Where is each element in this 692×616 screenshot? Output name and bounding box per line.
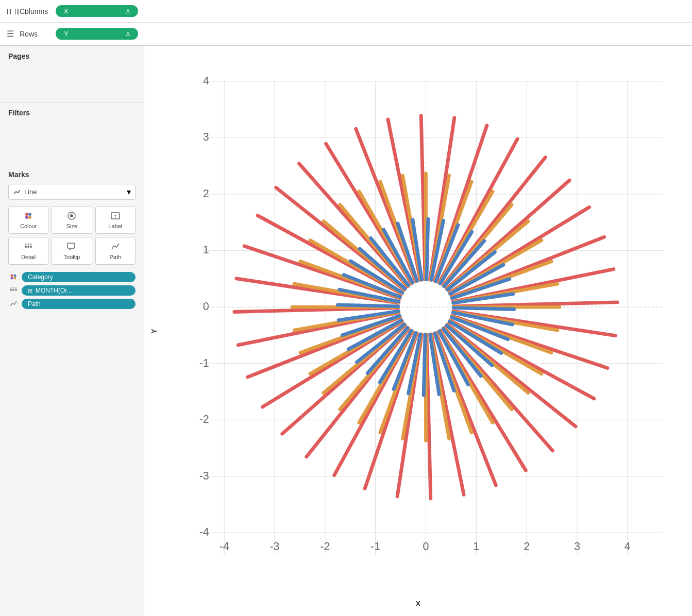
marks-type-dropdown[interactable]: Line ▾: [8, 184, 136, 200]
main-layout: Pages Filters Marks Line ▾: [0, 46, 692, 616]
path-line-icon: [9, 299, 18, 307]
label-icon: T: [110, 211, 121, 221]
svg-point-2: [25, 216, 28, 219]
pages-title: Pages: [8, 52, 136, 60]
svg-point-16: [14, 274, 16, 277]
svg-point-22: [10, 287, 12, 288]
svg-text:3: 3: [203, 131, 209, 143]
label-label: Label: [108, 223, 122, 229]
month-pill-icon: [8, 286, 19, 296]
svg-point-10: [30, 246, 32, 248]
colour-dots-icon: [9, 272, 18, 281]
svg-point-5: [70, 214, 73, 217]
svg-text:-2: -2: [320, 540, 330, 553]
detail-label: Detail: [21, 254, 36, 260]
svg-point-12: [28, 244, 29, 245]
columns-icon: ⫼⫼⫼: [5, 7, 15, 16]
path-pill-text: Path: [28, 300, 41, 307]
month-pill-text: MONTH(Or...: [36, 287, 72, 294]
colour-label: Colour: [20, 223, 37, 229]
svg-point-1: [28, 213, 31, 216]
marks-title: Marks: [8, 170, 136, 179]
svg-text:2: 2: [524, 540, 530, 553]
marks-type-label: Line: [24, 188, 37, 196]
svg-line-144: [337, 305, 398, 306]
svg-point-9: [27, 246, 29, 248]
category-pill[interactable]: Category: [22, 272, 136, 282]
rows-pill[interactable]: Y Δ: [56, 28, 138, 40]
svg-text:-1: -1: [199, 357, 209, 369]
category-pill-icon: [8, 272, 19, 282]
colour-icon: [23, 211, 33, 221]
svg-text:2: 2: [203, 187, 209, 200]
tooltip-button[interactable]: Tooltip: [52, 237, 92, 265]
colour-button[interactable]: Colour: [8, 206, 48, 234]
columns-shelf: ⫼⫼⫼ Columns X Δ: [0, 0, 692, 23]
svg-point-20: [12, 289, 14, 291]
month-pill-row: ⊞ MONTH(Or...: [8, 285, 136, 296]
tooltip-icon: [66, 242, 77, 252]
svg-line-63: [427, 219, 428, 279]
svg-text:4: 4: [625, 540, 631, 553]
label-button[interactable]: T Label: [95, 206, 136, 234]
svg-point-21: [15, 289, 17, 291]
filters-title: Filters: [8, 109, 136, 117]
svg-point-15: [11, 274, 13, 277]
x-axis-label: X: [416, 600, 420, 608]
svg-point-11: [25, 244, 27, 245]
svg-text:-4: -4: [220, 540, 229, 553]
svg-text:T: T: [114, 214, 116, 219]
columns-pill-delta: Δ: [126, 8, 130, 14]
filters-section: Filters: [0, 102, 144, 164]
columns-label: Columns: [20, 7, 56, 15]
rows-pill-text: Y: [64, 30, 69, 38]
dropdown-chevron-icon: ▾: [127, 187, 131, 197]
category-pill-row: Category: [8, 272, 136, 282]
path-pill-row: Path: [8, 299, 136, 309]
path-pill[interactable]: Path: [22, 299, 136, 309]
chart-area: Y .grid-line { stroke: #ddd; stroke-widt…: [144, 46, 692, 616]
svg-text:1: 1: [473, 540, 479, 553]
svg-text:4: 4: [203, 75, 209, 87]
top-bar: ⫼⫼⫼ Columns X Δ ☰ Rows Y Δ: [0, 0, 692, 46]
svg-text:-3: -3: [199, 470, 209, 482]
month-pill[interactable]: ⊞ MONTH(Or...: [22, 285, 136, 296]
marks-pills: Category: [8, 272, 136, 309]
svg-text:-2: -2: [199, 413, 209, 425]
svg-rect-14: [67, 243, 75, 248]
size-button[interactable]: Size: [52, 206, 92, 234]
svg-point-18: [14, 277, 16, 279]
svg-text:0: 0: [423, 540, 429, 553]
detail-icon: [23, 242, 33, 252]
svg-point-24: [15, 287, 17, 288]
pages-section: Pages: [0, 46, 144, 102]
svg-point-17: [11, 277, 13, 279]
marks-buttons-grid: Colour Size T Label: [8, 206, 136, 265]
svg-point-13: [30, 244, 32, 245]
marks-section: Marks Line ▾: [0, 164, 144, 616]
category-pill-text: Category: [28, 273, 53, 281]
detail-button[interactable]: Detail: [8, 237, 48, 265]
svg-text:-1: -1: [370, 540, 380, 553]
svg-text:-4: -4: [199, 526, 209, 538]
rows-pill-delta: Δ: [126, 31, 130, 37]
path-button[interactable]: Path: [95, 237, 136, 265]
svg-point-19: [10, 289, 12, 291]
rows-label: Rows: [20, 30, 56, 38]
svg-point-3: [28, 216, 31, 219]
svg-point-23: [13, 287, 14, 288]
tooltip-label: Tooltip: [64, 254, 80, 260]
chart-svg: .grid-line { stroke: #ddd; stroke-width:…: [170, 56, 682, 590]
columns-pill[interactable]: X Δ: [56, 5, 138, 17]
svg-text:3: 3: [574, 540, 580, 553]
svg-text:1: 1: [203, 244, 209, 256]
left-panel: Pages Filters Marks Line ▾: [0, 46, 144, 616]
path-pill-icon: [8, 299, 19, 309]
y-axis-label: Y: [150, 329, 158, 333]
svg-text:0: 0: [203, 300, 209, 313]
svg-point-8: [25, 246, 27, 248]
svg-text:-3: -3: [269, 540, 279, 553]
month-pill-plus: ⊞: [28, 287, 32, 294]
svg-point-0: [25, 213, 28, 216]
line-icon: [13, 188, 21, 196]
